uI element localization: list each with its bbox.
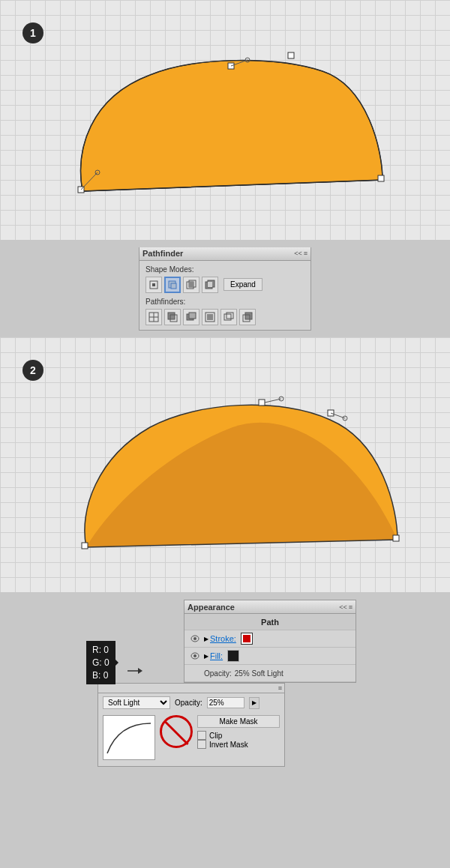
pathfinder-body: Shape Modes: Expand — [140, 261, 310, 330]
shape-mode-add[interactable] — [146, 277, 162, 293]
svg-rect-21 — [168, 313, 175, 319]
no-effect-icon[interactable] — [160, 715, 193, 748]
svg-marker-40 — [138, 668, 142, 674]
fill-visibility-icon[interactable] — [189, 650, 201, 662]
ap-path-label: Path — [261, 618, 279, 627]
invert-mask-label: Invert Mask — [209, 741, 248, 749]
canvas-section-1: 1 — [0, 0, 450, 240]
pathfinder-collapse[interactable]: << — [294, 250, 302, 257]
stroke-color-swatch[interactable] — [241, 633, 253, 645]
fill-expand-icon[interactable]: ▶ — [204, 653, 208, 660]
clip-label: Clip — [209, 732, 222, 740]
svg-rect-34 — [393, 535, 399, 541]
blend-mode-select[interactable]: Soft Light — [103, 696, 170, 709]
shape-mode-exclude[interactable] — [202, 277, 218, 293]
blend-curve-svg — [104, 716, 154, 759]
appearance-collapse[interactable]: << — [339, 603, 347, 611]
clip-checkbox[interactable] — [197, 731, 206, 740]
pathfinder-panel: Pathfinder << ≡ Shape Modes: — [139, 247, 311, 331]
opacity-label: Opacity: — [204, 669, 232, 678]
appearance-panel-controls: << ≡ — [339, 603, 352, 611]
invert-mask-checkbox[interactable] — [197, 740, 206, 749]
step-badge-1: 1 — [22, 22, 44, 43]
svg-rect-27 — [224, 314, 231, 320]
pathfinder-trim[interactable] — [164, 309, 181, 325]
pathfinder-panel-section: Pathfinder << ≡ Shape Modes: — [0, 240, 450, 337]
pathfinder-titlebar: Pathfinder << ≡ — [140, 247, 310, 261]
make-mask-button[interactable]: Make Mask — [197, 715, 280, 728]
opacity-stepper[interactable]: ▶ — [249, 697, 260, 709]
svg-rect-32 — [259, 400, 265, 406]
blend-preview-row: Make Mask Clip Invert Mask — [103, 712, 280, 763]
svg-rect-11 — [171, 283, 176, 289]
shape-modes-row: Expand — [146, 277, 304, 293]
clip-option-row: Clip — [197, 731, 280, 740]
appearance-body: Path ▶ Stroke: — [184, 614, 356, 682]
pathfinder-title: Pathfinder — [142, 249, 183, 258]
opacity-label-blend: Opacity: — [175, 699, 202, 707]
shape-mode-subtract[interactable] — [164, 277, 181, 293]
pathfinder-minus-back[interactable] — [239, 309, 256, 325]
canvas-section-2: 2 — [0, 337, 450, 592]
appearance-menu[interactable]: ≡ — [349, 603, 352, 611]
shape-svg-1 — [0, 0, 450, 240]
shape-modes-label: Shape Modes: — [146, 265, 304, 274]
ap-fill-row: ▶ Fill: — [184, 648, 356, 665]
svg-rect-28 — [226, 313, 233, 319]
svg-point-44 — [194, 654, 196, 657]
stroke-label[interactable]: Stroke: — [210, 634, 236, 643]
svg-rect-45 — [104, 716, 154, 759]
appearance-title: Appearance — [188, 603, 235, 612]
pathfinder-menu[interactable]: ≡ — [304, 250, 308, 257]
pathfinder-merge[interactable] — [183, 309, 200, 325]
svg-rect-3 — [378, 175, 384, 181]
rgb-tooltip: R: 0 G: 0 B: 0 — [86, 641, 116, 684]
tooltip-arrow — [128, 663, 142, 678]
shape-mode-intersect[interactable] — [183, 277, 200, 293]
opacity-input[interactable] — [207, 697, 244, 708]
svg-rect-2 — [288, 52, 294, 58]
pathfinder-crop[interactable] — [202, 309, 218, 325]
blend-collapse-icon[interactable]: ≡ — [278, 684, 282, 692]
svg-rect-9 — [152, 283, 155, 286]
blend-mode-popup: ≡ Soft Light Opacity: ▶ — [98, 683, 285, 767]
svg-point-42 — [194, 637, 196, 640]
invert-mask-option-row: Invert Mask — [197, 740, 280, 749]
appearance-panel-titlebar: Appearance << ≡ — [184, 600, 356, 614]
blend-popup-body: Soft Light Opacity: ▶ — [98, 693, 284, 766]
fill-label[interactable]: Fill: — [210, 651, 223, 660]
panel-controls: << ≡ — [294, 250, 308, 257]
ap-path-row: Path — [184, 614, 356, 630]
svg-rect-29 — [245, 313, 252, 319]
blend-preview-canvas — [103, 715, 155, 760]
stroke-visibility-icon[interactable] — [189, 633, 201, 645]
stroke-expand-icon[interactable]: ▶ — [204, 636, 208, 642]
opacity-value: 25% Soft Light — [235, 669, 284, 678]
pathfinder-outline[interactable] — [220, 309, 237, 325]
svg-rect-17 — [208, 282, 212, 287]
pathfinders-row — [146, 309, 304, 325]
blend-options-container: Make Mask Clip Invert Mask — [197, 715, 280, 749]
blend-popup-titlebar: ≡ — [98, 684, 284, 693]
shape-svg-2 — [0, 337, 450, 592]
blend-mode-row: Soft Light Opacity: ▶ — [103, 696, 280, 709]
appearance-panel: Appearance << ≡ Path ▶ Stroke: — [184, 600, 356, 683]
fill-color-swatch[interactable] — [227, 650, 239, 662]
ap-stroke-row: ▶ Stroke: — [184, 630, 356, 648]
svg-rect-14 — [189, 282, 194, 287]
svg-rect-24 — [189, 313, 196, 319]
pathfinders-label: Pathfinders: — [146, 298, 304, 306]
svg-rect-31 — [82, 543, 88, 549]
ap-opacity-row: Opacity: 25% Soft Light — [184, 665, 356, 682]
blend-popup-icons: ≡ — [278, 684, 282, 692]
expand-button[interactable]: Expand — [224, 278, 262, 291]
appearance-panel-section: R: 0 G: 0 B: 0 Appearance << ≡ Path — [0, 592, 450, 778]
svg-rect-26 — [207, 314, 213, 320]
pathfinder-divide[interactable] — [146, 309, 162, 325]
step-badge-2: 2 — [22, 360, 44, 381]
